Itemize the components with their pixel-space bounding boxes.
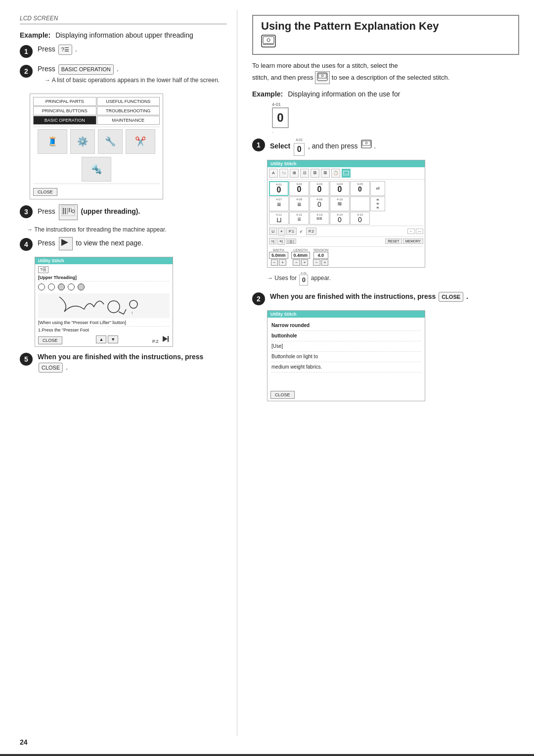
upper-threading-icon (59, 204, 78, 220)
close-button-2[interactable]: CLOSE (38, 336, 62, 344)
thread-circle-3 (58, 284, 65, 290)
press-box-1[interactable]: ?☰ (58, 45, 72, 55)
stitch-cell-4-13[interactable]: 4-13 ≡≡ (310, 212, 329, 225)
svg-point-8 (108, 301, 120, 313)
right-column: Using the Pattern Explanation Key To lea… (237, 10, 534, 736)
action-icon-3[interactable]: | ||| | (286, 238, 296, 244)
svg-rect-0 (62, 206, 75, 216)
header-label: LCD SCREEN (20, 15, 58, 22)
toolbar-icon-doc3[interactable]: 📋 (331, 169, 340, 178)
action-icon-1[interactable]: >| (269, 238, 276, 244)
stitch-cell-4-05[interactable]: 4-05 0 (350, 181, 370, 196)
stitch-cell-4-08[interactable]: 4-08 ≡ (289, 196, 309, 211)
close-key-right[interactable]: CLOSE (439, 292, 463, 302)
stitch-cell-4-12[interactable]: 4-12 ≡ (289, 212, 309, 225)
memory-button[interactable]: MEMORY (403, 238, 423, 244)
stitch-cell-4-03[interactable]: 4-03 0 (310, 181, 329, 196)
stitch-cell-4-02[interactable]: 4-02 0 (289, 181, 309, 196)
length-buttons: − + (293, 259, 308, 266)
toolbar-icon-square[interactable]: ⊡ (300, 169, 309, 178)
special-stitch-icon-2[interactable]: ⌖ (278, 228, 285, 236)
utility-screen-2-title: Utility Stitch (35, 257, 173, 264)
toolbar-icon-grid[interactable]: ⊞ (290, 169, 299, 178)
length-plus[interactable]: + (301, 259, 309, 266)
machine-icon-2: ⚙️ (70, 129, 95, 154)
p1-arrow: ↙ (298, 228, 305, 235)
stitch-cell-4-10[interactable]: 4-10 ≋ (330, 196, 350, 211)
when-using-label: [When using the "Presser Foot Lifter" bu… (38, 320, 170, 327)
big-utility-title: Utility Stitch (267, 160, 425, 167)
machine-icon-3: 🔧 (98, 129, 123, 154)
step1-stitch-icon: 4-01 0 (294, 138, 305, 156)
right-example-text: Displaying information on the use for (288, 90, 400, 98)
toolbar-icon-doc1[interactable]: 🖺 (311, 169, 319, 178)
pattern-key-icon (261, 35, 276, 47)
section-title: Using the Pattern Explanation Key (261, 20, 510, 33)
stitch-grid-area: 4-01 0 4-02 0 4-03 0 4-04 0 (267, 180, 425, 267)
arrow-right-dashed-icon[interactable]: --- (416, 229, 423, 234)
narrow-line-1: Narrow rounded (271, 321, 421, 331)
press-presser-label: 1.Press the "Presser Foot (38, 328, 170, 332)
length-minus[interactable]: − (293, 259, 300, 266)
close-button-1[interactable]: CLOSE (33, 188, 57, 196)
width-plus[interactable]: + (279, 259, 286, 266)
step-1-content: Press ?☰ . (38, 44, 227, 55)
menu-item-troubleshooting[interactable]: TROUBLESHOOTING (97, 106, 160, 115)
step-1-circle: 1 (20, 45, 33, 58)
stitch-row-3: 4-11 ⊔ 4-12 ≡ 4-13 ≡≡ 4-14 0 (269, 212, 423, 225)
tension-minus[interactable]: − (313, 259, 320, 266)
menu-item-useful-functions[interactable]: USEFUL FUNCTIONS (97, 97, 160, 106)
tension-plus[interactable]: + (321, 259, 329, 266)
menu-item-maintenance[interactable]: MAINTENANCE (97, 116, 160, 125)
utility-toolbar: A ↑↓ ⊞ ⊡ 🖺 🖺 📋 (267, 167, 425, 180)
right-step-1-circle: 1 (252, 139, 265, 151)
toolbar-icon-pattern-key[interactable] (342, 169, 351, 178)
nav-up-button[interactable]: ▲ (96, 335, 106, 343)
upper-threading-label: (upper threading). (81, 207, 140, 215)
step-5-main-text: When you are finished with the instructi… (38, 353, 203, 361)
machine-icon-1: 🧵 (38, 129, 67, 154)
step-4-content: Press to view the next page. (38, 237, 227, 250)
stitch-cell-plus0[interactable]: ±0 (370, 181, 385, 196)
stitch-side-nav[interactable]: ≋ ≋ ≋ (370, 196, 385, 211)
step-5-text: When you are finished with the instructi… (38, 353, 203, 371)
menu-item-principal-buttons[interactable]: PRINCIPAL BUTTONS (33, 106, 96, 115)
stitch-cell-4-11[interactable]: 4-11 ⊔ (269, 212, 289, 225)
action-icon-2[interactable]: ⌖| (277, 238, 285, 245)
width-buttons: − + (271, 259, 286, 266)
stitch-cell-empty-1 (350, 196, 370, 211)
example-label: Example: (20, 31, 50, 39)
tension-label: TENSION (313, 248, 328, 252)
p1-button[interactable]: P.1 (286, 228, 297, 235)
stitch-cell-4-07[interactable]: 4-07 ≡ (269, 196, 289, 211)
reset-button[interactable]: RESET (385, 238, 401, 244)
toolbar-icon-doc2[interactable]: 🖺 (321, 169, 330, 178)
p2-button[interactable]: P.2 (306, 228, 316, 235)
menu-item-principal-parts[interactable]: PRINCIPAL PARTS (33, 97, 96, 106)
width-minus[interactable]: − (271, 259, 278, 266)
stitch-cell-4-14[interactable]: 4-14 0 (330, 212, 350, 225)
special-stitch-icon-1[interactable]: ⊔ (269, 228, 277, 235)
toolbar-icon-a[interactable]: A (269, 169, 278, 178)
nav-buttons: ▲ ▼ (96, 335, 118, 343)
toolbar-icon-arrows[interactable]: ↑↓ (279, 169, 288, 178)
left-column: LCD SCREEN Example: Displaying informati… (0, 10, 237, 736)
stitch-cell-4-01[interactable]: 4-01 0 (269, 181, 289, 196)
uses-stitch-icon: 4-01 0 (299, 272, 308, 285)
utility-screen-2: Utility Stitch ?☰ [Upper Threading] (35, 257, 173, 347)
stitch-cell-4-04[interactable]: 4-04 0 (330, 181, 350, 196)
nav-down-button[interactable]: ▼ (108, 335, 118, 343)
machine-icon-5: 🔩 (82, 157, 111, 182)
close-button-narrow[interactable]: CLOSE (270, 391, 295, 399)
stitch-cell-4-15[interactable]: 4-15 0 (350, 212, 370, 225)
finished-text: When you are finished with the instructi… (270, 292, 468, 300)
thread-circle-4 (68, 284, 75, 290)
stitch-row-2: 4-07 ≡ 4-08 ≡ 4-09 0 4-10 ≋ (269, 196, 423, 211)
stitch-cell-4-09[interactable]: 4-09 0 (310, 196, 329, 211)
close-key-left[interactable]: CLOSE (39, 363, 63, 373)
menu-item-basic-operation[interactable]: BASIC OPERATION (33, 116, 96, 125)
arrow-left-icon[interactable]: ← (407, 229, 415, 234)
press-box-2[interactable]: BASIC OPERATION (58, 64, 114, 75)
intro-text: To learn more about the uses for a stitc… (252, 61, 519, 84)
action-row: >| ⌖| | ||| | RESET MEMORY (269, 236, 423, 245)
